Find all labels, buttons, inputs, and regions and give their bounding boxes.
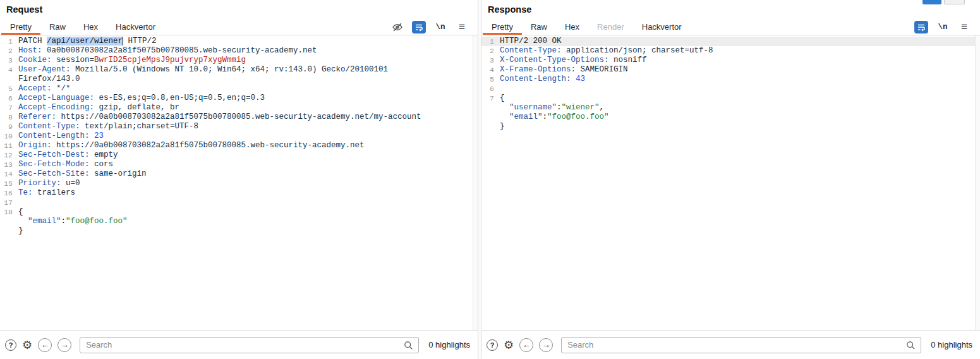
code-text: { (18, 207, 23, 217)
menu-icon[interactable]: ≡ (455, 21, 469, 33)
code-text: Accept-Encoding: gzip, deflate, br (18, 103, 179, 113)
request-scrollbar[interactable] (473, 35, 478, 330)
request-search-input[interactable] (80, 338, 418, 353)
code-row: 16Te: trailers (0, 188, 478, 198)
code-text: "email":"foo@foo.foo" (18, 217, 128, 226)
response-scrollbar[interactable] (975, 35, 980, 330)
response-toolbar: \n ≡ (914, 19, 971, 35)
search-icon (906, 341, 916, 353)
hide-nonprintable-icon[interactable] (390, 21, 404, 33)
request-tab-hex[interactable]: Hex (75, 19, 107, 35)
clipped-toolbar-button-fragment[interactable] (944, 0, 965, 4)
response-tab-hex[interactable]: Hex (556, 19, 588, 35)
line-number: 14 (0, 169, 13, 179)
code-text: Priority: u=0 (18, 179, 80, 188)
help-icon[interactable]: ? (487, 339, 498, 351)
code-text: } (500, 122, 505, 131)
code-row: 17 (0, 198, 478, 207)
wrap-lines-icon[interactable] (914, 21, 928, 33)
code-row: 2Content-Type: application/json; charset… (481, 46, 980, 56)
response-tab-hackvertor[interactable]: Hackvertor (633, 19, 691, 35)
newline-glyph: \n (435, 23, 445, 32)
code-row: 15Priority: u=0 (0, 179, 478, 188)
response-panel-title: Response (481, 0, 980, 19)
code-row: "email":"foo@foo.foo" (481, 113, 980, 122)
code-row: 7Accept-Encoding: gzip, deflate, br (0, 103, 478, 113)
clipped-toolbar-button-fragment[interactable] (923, 0, 941, 4)
response-tab-raw[interactable]: Raw (522, 19, 556, 35)
help-icon[interactable]: ? (5, 339, 16, 351)
code-text: "email":"foo@foo.foo" (500, 113, 609, 122)
code-row: 5Content-Length: 43 (481, 75, 980, 84)
search-icon (404, 341, 413, 353)
request-editor[interactable]: 1PATCH /api/user/wiener HTTP/22Host: 0a0… (0, 35, 478, 236)
line-number (481, 103, 494, 113)
code-row: } (481, 122, 980, 131)
newline-chars-icon[interactable]: \n (936, 21, 950, 33)
response-tabbar: Pretty Raw Hex Render Hackvertor \n (481, 19, 980, 35)
code-row: 9Content-Type: text/plain;charset=UTF-8 (0, 122, 478, 131)
line-number: 4 (481, 65, 494, 75)
history-forward-button[interactable]: → (57, 338, 71, 352)
code-text: Accept: */* (18, 84, 71, 94)
request-tab-raw[interactable]: Raw (40, 19, 75, 35)
wrap-lines-icon[interactable] (412, 21, 426, 33)
line-number: 9 (0, 122, 13, 131)
code-row: 4X-Frame-Options: SAMEORIGIN (481, 65, 980, 75)
line-number: 11 (0, 141, 13, 150)
line-number: 15 (0, 179, 13, 188)
code-text: Referer: https://0a0b008703082a2a81f5075… (18, 113, 421, 122)
code-row: 1HTTP/2 200 OK (481, 37, 980, 46)
code-text: Origin: https://0a0b008703082a2a81f5075b… (18, 141, 365, 150)
line-number: 7 (481, 94, 494, 103)
line-number: 17 (0, 198, 13, 207)
tabbar-spacer (164, 19, 390, 35)
line-number (0, 217, 13, 226)
response-footer: ? ⚙ ← → 0 highlights (481, 330, 980, 359)
response-editor[interactable]: 1HTTP/2 200 OK2Content-Type: application… (481, 35, 980, 131)
code-text: Sec-Fetch-Dest: empty (18, 150, 118, 160)
line-number (0, 75, 13, 84)
response-search-input[interactable] (562, 338, 921, 353)
response-panel: Response Pretty Raw Hex Render Hackverto… (481, 0, 980, 359)
line-number: 4 (0, 65, 13, 75)
response-tab-pretty[interactable]: Pretty (483, 19, 522, 35)
history-back-button[interactable]: ← (38, 338, 52, 352)
line-number (0, 226, 13, 236)
code-text: "username":"wiener", (500, 103, 604, 113)
code-row: 5Accept: */* (0, 84, 478, 94)
code-text: Sec-Fetch-Site: same-origin (18, 169, 147, 179)
line-number: 6 (481, 84, 494, 94)
code-text: Accept-Language: es-ES,es;q=0.8,en-US;q=… (18, 94, 265, 103)
request-footer: ? ⚙ ← → 0 highlights (0, 330, 478, 359)
gear-icon[interactable]: ⚙ (22, 339, 32, 351)
history-back-button[interactable]: ← (519, 338, 533, 352)
response-search-box (561, 337, 921, 353)
request-toolbar: \n ≡ (390, 19, 469, 35)
request-tab-hackvertor[interactable]: Hackvertor (107, 19, 164, 35)
line-number: 5 (0, 84, 13, 94)
code-text: Content-Length: 23 (18, 131, 104, 141)
newline-chars-icon[interactable]: \n (433, 21, 447, 33)
code-row: 6Accept-Language: es-ES,es;q=0.8,en-US;q… (0, 94, 478, 103)
code-row: 3X-Content-Type-Options: nosniff (481, 56, 980, 65)
request-editor-area: 1PATCH /api/user/wiener HTTP/22Host: 0a0… (0, 35, 478, 330)
history-forward-button[interactable]: → (539, 338, 553, 352)
menu-icon[interactable]: ≡ (957, 21, 971, 33)
code-text: Content-Type: application/json; charset=… (500, 46, 713, 56)
request-search-box (80, 337, 419, 353)
code-text: Sec-Fetch-Mode: cors (18, 160, 113, 169)
code-text: } (18, 226, 23, 236)
code-row: 12Sec-Fetch-Dest: empty (0, 150, 478, 160)
code-row: 10Content-Length: 23 (0, 131, 478, 141)
line-number: 3 (481, 56, 494, 65)
menu-glyph: ≡ (459, 21, 465, 32)
request-tab-pretty[interactable]: Pretty (1, 19, 40, 35)
line-number: 7 (0, 103, 13, 113)
line-number: 5 (481, 75, 494, 84)
code-text: Content-Type: text/plain;charset=UTF-8 (18, 122, 198, 131)
code-text: HTTP/2 200 OK (500, 37, 562, 46)
line-number: 1 (0, 37, 13, 46)
code-row: 8Referer: https://0a0b008703082a2a81f507… (0, 113, 478, 122)
gear-icon[interactable]: ⚙ (504, 339, 514, 351)
